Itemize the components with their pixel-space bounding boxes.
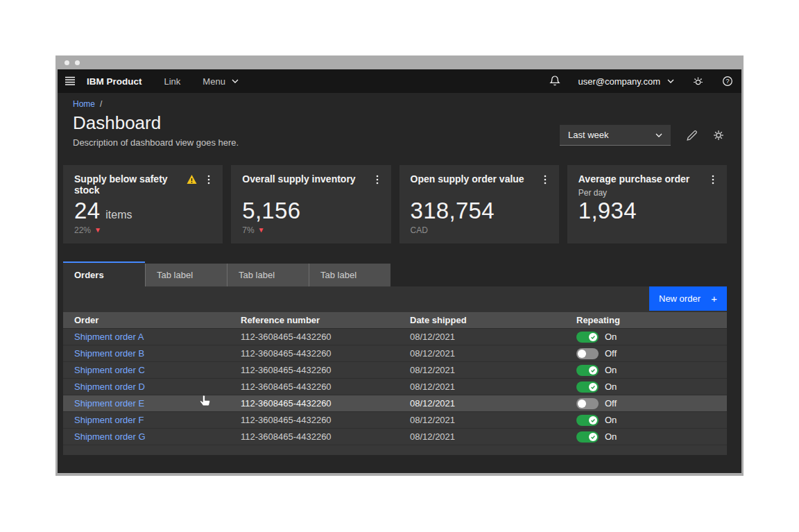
- breadcrumb: Home/: [73, 100, 727, 108]
- date-cell: 08/12/2021: [399, 381, 565, 392]
- date-cell: 08/12/2021: [399, 348, 565, 359]
- date-cell: 08/12/2021: [399, 431, 565, 442]
- settings-button[interactable]: [713, 130, 724, 141]
- tab-tab-label[interactable]: Tab label: [309, 264, 390, 286]
- table-body: Shipment order A 112-3608465-4432260 08/…: [63, 328, 727, 445]
- table-row[interactable]: Shipment order F 112-3608465-4432260 08/…: [63, 411, 727, 428]
- repeating-toggle[interactable]: [576, 381, 599, 393]
- toggle-state-label: On: [605, 431, 617, 442]
- order-link[interactable]: Shipment order D: [74, 381, 145, 392]
- kebab-icon: [544, 174, 547, 185]
- reference-cell: 112-3608465-4432260: [230, 332, 399, 342]
- toggle-knob: [578, 400, 586, 408]
- toggle-state-label: On: [605, 381, 617, 392]
- user-email: user@company.com: [578, 76, 660, 87]
- column-header-repeating[interactable]: Repeating: [565, 315, 727, 325]
- order-link[interactable]: Shipment order G: [74, 431, 146, 442]
- card-caption: 22% ▼: [74, 225, 212, 235]
- card-unit: items: [105, 209, 132, 221]
- repeating-toggle[interactable]: [576, 332, 599, 343]
- menu-button[interactable]: [58, 69, 83, 93]
- nav-link-link[interactable]: Link: [164, 76, 181, 87]
- user-menu[interactable]: user@company.com: [578, 76, 674, 87]
- order-link[interactable]: Shipment order A: [74, 332, 144, 342]
- hamburger-icon: [65, 76, 76, 86]
- edit-button[interactable]: [686, 130, 698, 141]
- repeating-toggle[interactable]: [576, 365, 599, 376]
- toggle-state-label: On: [605, 415, 617, 425]
- date-cell: 08/12/2021: [399, 398, 565, 409]
- header-actions: user@company.com ?: [549, 76, 733, 87]
- overflow-menu-button[interactable]: [542, 174, 548, 185]
- theme-awake-button[interactable]: [692, 76, 704, 87]
- date-cell: 08/12/2021: [399, 332, 565, 342]
- tab-orders[interactable]: Orders: [63, 261, 145, 286]
- table-row[interactable]: Shipment order G 112-3608465-4432260 08/…: [63, 428, 727, 445]
- repeating-cell: On: [565, 415, 727, 426]
- check-icon: [590, 434, 596, 440]
- table-footer-space: [63, 445, 727, 455]
- repeating-cell: Off: [565, 398, 727, 409]
- product-title: IBM Product: [87, 76, 142, 87]
- repeating-toggle[interactable]: [576, 415, 599, 426]
- toggle-knob: [578, 350, 586, 358]
- reference-cell: 112-3608465-4432260: [230, 348, 399, 359]
- repeating-toggle[interactable]: [576, 348, 599, 359]
- overflow-menu-button[interactable]: [710, 174, 716, 185]
- help-button[interactable]: ?: [722, 76, 733, 87]
- toggle-knob: [589, 416, 597, 424]
- tabs: Orders Tab label Tab label Tab label: [63, 261, 727, 286]
- metric-cards: Supply below safety stock 24 items 22% ▼…: [63, 165, 727, 243]
- table-row[interactable]: Shipment order C 112-3608465-4432260 08/…: [63, 361, 727, 378]
- metric-card: Average purchase order Per day 1,934: [567, 165, 727, 243]
- column-header-order[interactable]: Order: [63, 315, 230, 325]
- page-content: Home/ Dashboard Description of dashboard…: [58, 93, 741, 473]
- table-row[interactable]: Shipment order E 112-3608465-4432260 08/…: [63, 395, 727, 411]
- column-header-date[interactable]: Date shipped: [399, 315, 565, 325]
- breadcrumb-home-link[interactable]: Home: [73, 99, 95, 109]
- card-caption: CAD: [411, 225, 548, 235]
- window-control-dot[interactable]: [75, 60, 80, 65]
- kebab-icon: [712, 174, 714, 185]
- card-subtitle: Per day: [578, 188, 716, 198]
- window-control-dot[interactable]: [65, 60, 69, 65]
- tab-tab-label[interactable]: Tab label: [145, 264, 227, 286]
- order-link[interactable]: Shipment order C: [74, 365, 145, 375]
- repeating-toggle[interactable]: [576, 431, 599, 443]
- app-window: IBM Product Link Menu user@company.com ?: [55, 55, 744, 476]
- repeating-cell: On: [565, 381, 727, 393]
- card-value: 5,156: [242, 200, 300, 221]
- toggle-knob: [589, 383, 597, 391]
- order-link[interactable]: Shipment order B: [74, 348, 144, 359]
- check-icon: [590, 384, 596, 390]
- breadcrumb-separator: /: [100, 99, 102, 109]
- table-row[interactable]: Shipment order D 112-3608465-4432260 08/…: [63, 378, 727, 395]
- warning-icon: [186, 174, 198, 185]
- order-link[interactable]: Shipment order F: [74, 415, 144, 425]
- awake-icon: [692, 76, 704, 87]
- table-row[interactable]: Shipment order A 112-3608465-4432260 08/…: [63, 328, 727, 345]
- overflow-menu-button[interactable]: [375, 174, 380, 185]
- orders-table-section: New order + Order Reference number Date …: [63, 286, 727, 455]
- card-caption: [578, 225, 716, 235]
- order-link[interactable]: Shipment order E: [74, 398, 144, 409]
- repeating-toggle[interactable]: [576, 398, 599, 409]
- metric-card: Overall supply inventory 5,156 7% ▼: [231, 165, 390, 243]
- toggle-state-label: On: [605, 332, 617, 342]
- repeating-cell: Off: [565, 348, 727, 359]
- nav-link-menu[interactable]: Menu: [203, 76, 239, 87]
- card-title: Open supply order value: [411, 174, 534, 185]
- period-dropdown[interactable]: Last week: [560, 125, 671, 146]
- chevron-down-icon: [667, 79, 674, 83]
- caret-down-icon: ▼: [94, 227, 101, 234]
- new-order-button[interactable]: New order +: [649, 286, 727, 311]
- tab-tab-label[interactable]: Tab label: [227, 264, 309, 286]
- column-header-reference[interactable]: Reference number: [230, 315, 399, 325]
- overflow-menu-button[interactable]: [206, 174, 212, 185]
- bell-icon: [549, 76, 560, 87]
- notifications-button[interactable]: [549, 76, 560, 87]
- caret-down-icon: ▼: [258, 227, 265, 234]
- toggle-knob: [589, 333, 597, 341]
- kebab-icon: [207, 174, 210, 185]
- table-row[interactable]: Shipment order B 112-3608465-4432260 08/…: [63, 345, 727, 361]
